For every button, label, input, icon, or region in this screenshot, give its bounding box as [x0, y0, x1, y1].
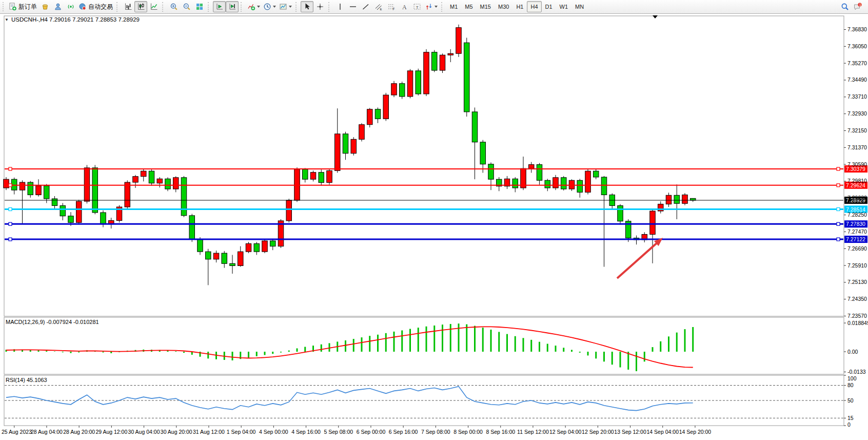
tile-windows-button[interactable]	[193, 1, 206, 12]
fibonacci-tool-button[interactable]: F	[385, 1, 398, 12]
symbol-collapse-icon[interactable]: ▼	[5, 17, 9, 22]
arrows-icon	[425, 3, 433, 11]
time-tick-label: 6 Sep 16:00	[389, 429, 418, 435]
time-tick-label: 11 Sep 12:00	[517, 429, 549, 435]
arrows-tool-button[interactable]	[423, 1, 439, 12]
time-tick-label: 1 Sep 04:00	[227, 429, 256, 435]
signals-button[interactable]	[64, 1, 77, 12]
trendline-tool-button[interactable]	[359, 1, 372, 12]
price-tick-label: 7.30590	[847, 161, 867, 167]
timeframe-h1-button[interactable]: H1	[512, 1, 527, 12]
chart-shift-button[interactable]	[226, 1, 239, 12]
chart-bar-icon	[124, 3, 132, 11]
timeframe-m15-button[interactable]: M15	[477, 1, 495, 12]
rsi-tick-label: 100	[847, 375, 857, 381]
auto-scroll-button[interactable]	[213, 1, 226, 12]
time-tick-label: 30 Aug 04:00	[128, 429, 160, 435]
text-tool-button[interactable]: A	[398, 1, 410, 12]
line-handle[interactable]	[837, 184, 840, 187]
crosshair-tool-button[interactable]	[313, 1, 326, 12]
time-tick-label: 14 Sep 20:00	[679, 429, 712, 435]
time-tick-label: 8 Sep 16:00	[486, 429, 515, 435]
periods-button[interactable]	[262, 1, 278, 12]
chart-title-ohlc: USDCNH-,H4 7.29016 7.29021 7.28853 7.289…	[11, 16, 140, 23]
time-tick-label: 4 Sep 16:00	[291, 429, 321, 435]
chart-area[interactable]: 7.303797.296247.289297.285147.278307.271…	[0, 14, 868, 440]
timeframe-mn-button[interactable]: MN	[571, 1, 587, 12]
timeframe-w1-button[interactable]: W1	[556, 1, 572, 12]
line-handle[interactable]	[9, 167, 12, 170]
timeframe-d1-button[interactable]: D1	[542, 1, 556, 12]
chat-button[interactable]: 1	[851, 1, 864, 12]
zoom-in-icon	[170, 3, 178, 11]
chart-line-icon	[150, 3, 158, 11]
time-tick-label: 8 Sep 00:00	[453, 429, 483, 435]
new-order-button[interactable]: 新订单	[7, 1, 38, 12]
rsi-chart-panel[interactable]	[4, 375, 844, 426]
price-tick-label: 7.33710	[847, 93, 867, 100]
line-handle[interactable]	[9, 208, 12, 211]
line-handle[interactable]	[9, 222, 12, 225]
line-handle[interactable]	[9, 238, 12, 241]
templates-button[interactable]	[278, 1, 293, 12]
toolbar-button-label: 新订单	[18, 3, 37, 11]
svg-text:T: T	[416, 5, 418, 10]
time-tick-label: 13 Sep 12:00	[614, 429, 646, 435]
text-label-tool-button[interactable]: T	[410, 1, 423, 12]
candle-chart-button[interactable]	[134, 1, 147, 12]
price-tick-label: 7.25130	[847, 279, 867, 285]
macd-tick-label: 0.00	[847, 349, 858, 355]
indicators-button[interactable]	[246, 1, 262, 12]
search-button[interactable]	[838, 1, 851, 12]
time-tick-label: 12 Sep 04:00	[549, 429, 582, 435]
svg-text:F: F	[392, 7, 394, 11]
cursor-icon	[303, 3, 311, 11]
autotrade-button[interactable]: 自动交易	[77, 1, 114, 12]
price-tick-label: 7.28250	[847, 212, 867, 218]
signal-icon	[67, 3, 75, 11]
bar-chart-button[interactable]	[122, 1, 134, 12]
price-axis[interactable]: 7.368307.360507.352707.344907.337107.329…	[844, 26, 867, 319]
price-tick-label: 7.25910	[847, 262, 867, 269]
channel-tool-button[interactable]: E	[372, 1, 385, 12]
macd-indicator-label: MACD(12,26,9) -0.007924 -0.010281	[6, 319, 99, 325]
price-tick-label: 7.32930	[847, 110, 867, 117]
svg-text:E: E	[380, 8, 382, 11]
macd-tick-label: -0.0133	[847, 369, 866, 375]
macd-chart-panel[interactable]	[4, 317, 844, 374]
line-handle[interactable]	[837, 238, 840, 241]
timeframe-m30-button[interactable]: M30	[495, 1, 512, 12]
fibo-icon: F	[387, 3, 396, 11]
time-axis[interactable]: 25 Aug 202328 Aug 04:0028 Aug 20:0029 Au…	[2, 426, 711, 435]
profiles-button[interactable]	[51, 1, 64, 12]
price-tick-label: 7.36050	[847, 43, 867, 49]
time-tick-label: 25 Aug 2023	[2, 429, 32, 435]
toolbar-button-label: 自动交易	[88, 3, 113, 11]
line-handle[interactable]	[837, 208, 840, 211]
timeframe-m1-button[interactable]: M1	[446, 1, 461, 12]
text-label-icon: T	[413, 3, 421, 11]
line-handle[interactable]	[9, 184, 12, 187]
autotrade-icon	[78, 3, 87, 11]
time-tick-label: 5 Sep 08:00	[324, 429, 353, 435]
line-handle[interactable]	[837, 222, 840, 225]
line-chart-button[interactable]	[147, 1, 160, 12]
chevron-down-icon	[435, 6, 438, 8]
profile-icon	[54, 3, 62, 11]
vertical-line-tool-button[interactable]	[333, 1, 346, 12]
line-handle[interactable]	[837, 167, 840, 170]
text-a-icon: A	[400, 3, 408, 11]
cursor-tool-button[interactable]	[301, 1, 313, 12]
search-icon	[841, 3, 849, 11]
time-tick-label: 14 Sep 04:00	[647, 429, 679, 435]
timeframe-m5-button[interactable]: M5	[461, 1, 476, 12]
template-icon	[279, 3, 287, 11]
horizontal-line-tool-button[interactable]	[346, 1, 359, 12]
zoom-out-button[interactable]	[180, 1, 193, 12]
toolbar-separator	[441, 2, 444, 12]
rsi-tick-label: 80	[847, 382, 854, 388]
timeframe-h4-button[interactable]: H4	[527, 1, 541, 12]
toolbar-grip[interactable]	[3, 2, 6, 11]
styler-button[interactable]	[38, 1, 51, 12]
zoom-in-button[interactable]	[167, 1, 180, 12]
